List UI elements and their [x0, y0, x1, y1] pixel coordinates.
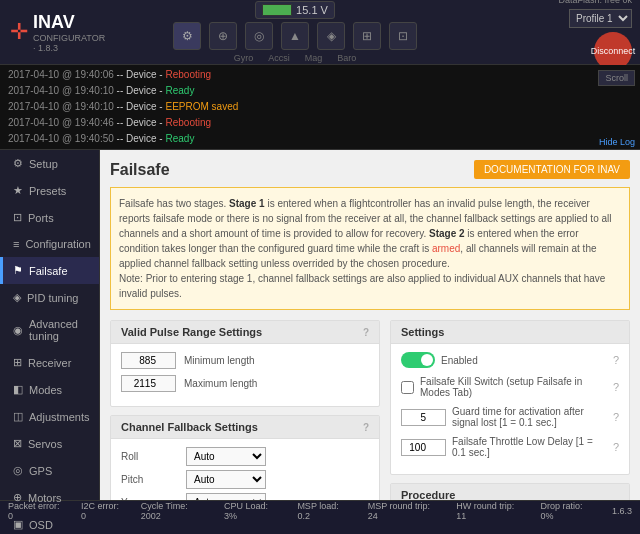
log-status-1: Rebooting — [165, 69, 211, 80]
enabled-label: Enabled — [441, 355, 607, 366]
log-status-4: Rebooting — [165, 117, 211, 128]
throttle-low-delay-row: Failsafe Throttle Low Delay [1 = 0.1 sec… — [401, 436, 619, 458]
gps-icon: ◎ — [13, 464, 23, 477]
throttle-low-delay-help-icon[interactable]: ? — [613, 441, 619, 453]
min-pulse-input[interactable] — [121, 352, 176, 369]
sidebar-label-advanced: Advanced tuning — [29, 318, 89, 342]
sidebar-label-failsafe: Failsafe — [29, 265, 68, 277]
msp-round-trip: MSP round trip: 24 — [368, 501, 442, 521]
sidebar-item-advanced-tuning[interactable]: ◉ Advanced tuning — [0, 311, 99, 349]
sidebar: ⚙ Setup ★ Presets ⊡ Ports ≡ Configuratio… — [0, 150, 100, 500]
log-timestamp-1: 2017-04-10 @ 19:40:06 — [8, 69, 114, 80]
accel-icon[interactable]: ⊕ — [209, 22, 237, 50]
sidebar-item-ports[interactable]: ⊡ Ports — [0, 204, 99, 231]
valid-pulse-body: Minimum length Maximum length — [111, 344, 379, 406]
dataflash-status: DataFlash: free 0k — [558, 0, 632, 5]
sidebar-label-modes: Modes — [29, 384, 62, 396]
sidebar-item-modes[interactable]: ◧ Modes — [0, 376, 99, 403]
sidebar-item-setup[interactable]: ⚙ Setup — [0, 150, 99, 177]
baro-label: Baro — [337, 53, 356, 63]
channel-fallback-help-icon[interactable]: ? — [363, 422, 369, 433]
guard-time-help-icon[interactable]: ? — [613, 411, 619, 423]
ch-select-roll[interactable]: AutoHoldSet — [186, 447, 266, 466]
kill-switch-checkbox[interactable] — [401, 381, 414, 394]
settings-body: Enabled ? Failsafe Kill Switch (setup Fa… — [391, 344, 629, 474]
sidebar-item-configuration[interactable]: ≡ Configuration — [0, 231, 99, 257]
enabled-toggle[interactable] — [401, 352, 435, 368]
log-device-3: -- Device - — [117, 101, 166, 112]
valid-pulse-help-icon[interactable]: ? — [363, 327, 369, 338]
sidebar-item-presets[interactable]: ★ Presets — [0, 177, 99, 204]
max-pulse-label: Maximum length — [184, 378, 369, 389]
sidebar-item-receiver[interactable]: ⊞ Receiver — [0, 349, 99, 376]
pid-icon: ◈ — [13, 291, 21, 304]
page-header: Failsafe DOCUMENTATION FOR INAV — [110, 160, 630, 179]
mag-icon[interactable]: ◎ — [245, 22, 273, 50]
sidebar-label-configuration: Configuration — [25, 238, 90, 250]
disconnect-button[interactable]: Disconnect — [594, 32, 632, 70]
enabled-row: Enabled ? — [401, 352, 619, 368]
kill-switch-help-icon[interactable]: ? — [613, 381, 619, 393]
log-timestamp-3: 2017-04-10 @ 19:40:10 — [8, 101, 114, 112]
battery-voltage: 15.1 V — [296, 4, 328, 16]
logo-icon: ✛ — [10, 19, 28, 45]
mag-label: Mag — [305, 53, 323, 63]
accel-label: Accsi — [268, 53, 290, 63]
log-line-1: 2017-04-10 @ 19:40:06 -- Device - Reboot… — [8, 67, 632, 83]
i2c-error: I2C error: 0 — [81, 501, 126, 521]
gyro-icon[interactable]: ⚙ — [173, 22, 201, 50]
settings-section: Settings Enabled ? Failsafe Kill — [390, 320, 630, 475]
valid-pulse-title: Valid Pulse Range Settings — [121, 326, 262, 338]
sidebar-item-failsafe[interactable]: ⚑ Failsafe — [0, 257, 99, 284]
page-title: Failsafe — [110, 161, 170, 179]
sensor7-icon[interactable]: ⊡ — [389, 22, 417, 50]
sidebar-item-adjustments[interactable]: ◫ Adjustments — [0, 403, 99, 430]
channel-fallback-header: Channel Fallback Settings ? — [111, 416, 379, 439]
hide-log-button[interactable]: Hide Log — [599, 137, 635, 147]
sidebar-item-pid-tuning[interactable]: ◈ PID tuning — [0, 284, 99, 311]
profile-select[interactable]: Profile 1 — [569, 9, 632, 28]
two-col-layout: Valid Pulse Range Settings ? Minimum len… — [110, 320, 630, 500]
log-device-5: -- Device - — [117, 133, 166, 144]
left-column: Valid Pulse Range Settings ? Minimum len… — [110, 320, 380, 500]
ch-label-roll: Roll — [121, 451, 181, 462]
status-bar: Packet error: 0 I2C error: 0 Cycle Time:… — [0, 500, 640, 520]
toggle-dot — [421, 354, 433, 366]
throttle-low-delay-input[interactable] — [401, 439, 446, 456]
presets-icon: ★ — [13, 184, 23, 197]
ch-select-pitch[interactable]: AutoHoldSet — [186, 470, 266, 489]
ports-icon: ⊡ — [13, 211, 22, 224]
sidebar-label-gps: GPS — [29, 465, 52, 477]
scroll-button[interactable]: Scroll — [598, 70, 635, 86]
baro-icon[interactable]: ▲ — [281, 22, 309, 50]
enabled-help-icon[interactable]: ? — [613, 354, 619, 366]
sidebar-label-presets: Presets — [29, 185, 66, 197]
log-line-2: 2017-04-10 @ 19:40:10 -- Device - Ready — [8, 83, 632, 99]
ch-select-yaw[interactable]: AutoHoldSet — [186, 493, 266, 500]
sensor5-icon[interactable]: ◈ — [317, 22, 345, 50]
doc-button[interactable]: DOCUMENTATION FOR INAV — [474, 160, 630, 179]
sensor6-icon[interactable]: ⊞ — [353, 22, 381, 50]
sensor-labels: Gyro Accsi Mag Baro — [234, 53, 357, 63]
log-status-5: Ready — [165, 133, 194, 144]
log-status-3: EEPROM saved — [165, 101, 238, 112]
sidebar-item-servos[interactable]: ⊠ Servos — [0, 430, 99, 457]
app-title: INAV — [33, 12, 105, 33]
log-line-3: 2017-04-10 @ 19:40:10 -- Device - EEPROM… — [8, 99, 632, 115]
sensor-icons: ⚙ ⊕ ◎ ▲ ◈ ⊞ ⊡ — [173, 22, 417, 50]
valid-pulse-section: Valid Pulse Range Settings ? Minimum len… — [110, 320, 380, 407]
guard-time-input[interactable] — [401, 409, 446, 426]
drop-ratio: Drop ratio: 0% — [540, 501, 596, 521]
info-text-1: Failsafe has two stages. Stage 1 is ente… — [119, 198, 612, 269]
version: 1.6.3 — [612, 506, 632, 516]
logo-area: ✛ INAV CONFIGURATOR · 1.8.3 — [0, 12, 100, 53]
advanced-icon: ◉ — [13, 324, 23, 337]
log-line-5: 2017-04-10 @ 19:40:50 -- Device - Ready — [8, 131, 632, 147]
kill-switch-label: Failsafe Kill Switch (setup Failsafe in … — [420, 376, 607, 398]
channel-fallback-section: Channel Fallback Settings ? Roll AutoHol… — [110, 415, 380, 500]
sidebar-label-ports: Ports — [28, 212, 54, 224]
info-note: Note: Prior to entering stage 1, channel… — [119, 273, 605, 299]
right-column: Settings Enabled ? Failsafe Kill — [390, 320, 630, 500]
sidebar-item-gps[interactable]: ◎ GPS — [0, 457, 99, 484]
max-pulse-input[interactable] — [121, 375, 176, 392]
